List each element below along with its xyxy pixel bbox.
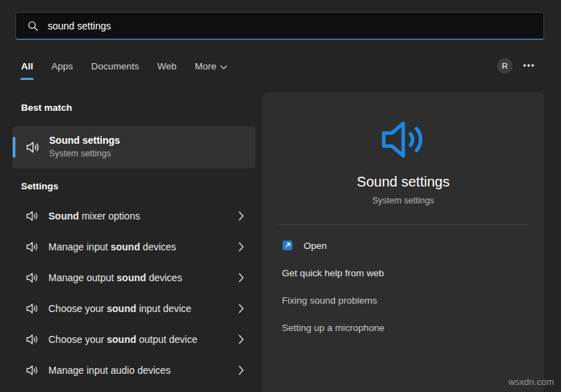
chevron-right-icon [238,334,244,344]
search-filter-tabs: All Apps Documents Web More [21,61,227,72]
help-link[interactable]: Setting up a microphone [282,323,384,333]
help-link[interactable]: Fixing sound problems [282,295,377,306]
open-action[interactable]: Open [282,240,327,251]
result-label: Sound mixer options [48,210,238,222]
open-label: Open [304,241,327,251]
sound-settings-icon [375,114,431,165]
tab-more[interactable]: More [195,61,227,72]
list-item[interactable]: Manage input sound devices [13,231,255,262]
list-item[interactable]: Sound mixer options [13,201,255,231]
speaker-icon [25,363,39,377]
profile-avatar[interactable]: R [497,58,513,74]
result-label: Choose your sound input device [48,303,238,314]
tab-apps[interactable]: Apps [51,61,73,72]
settings-results-list: Sound mixer options Manage input sound d… [13,201,255,386]
selection-accent-bar [13,137,15,158]
speaker-icon [25,240,39,254]
best-match-title: Sound settings [49,135,120,147]
speaker-icon [25,140,41,155]
speaker-icon [25,302,39,316]
tab-web[interactable]: Web [157,61,177,72]
speaker-icon [25,209,39,223]
best-match-heading: Best match [21,102,72,113]
speaker-icon [25,271,39,285]
result-label: Manage input sound devices [48,241,238,252]
more-options-button[interactable]: ••• [523,61,535,71]
best-match-text: Sound settings System settings [49,135,120,159]
tab-documents[interactable]: Documents [91,61,139,72]
chevron-right-icon [238,211,244,221]
result-label: Choose your sound output device [48,334,238,345]
settings-heading: Settings [21,181,58,191]
best-match-item[interactable]: Sound settings System settings [13,126,255,168]
result-label: Manage input audio devices [48,365,238,376]
list-item[interactable]: Manage output sound devices [13,262,255,293]
tab-all[interactable]: All [21,61,33,72]
list-item[interactable]: Choose your sound output device [13,324,255,355]
best-match-subtitle: System settings [49,149,120,160]
search-icon [27,20,39,32]
preview-subtitle: System settings [262,196,544,205]
list-item[interactable]: Choose your sound input device [13,293,255,324]
list-item[interactable]: Manage input audio devices [13,355,255,386]
search-box[interactable]: sound settings [15,12,544,40]
chevron-right-icon [238,365,244,375]
open-external-icon [282,240,293,251]
chevron-right-icon [238,242,244,252]
chevron-right-icon [238,273,244,283]
chevron-right-icon [238,304,244,313]
help-link[interactable]: Get quick help from web [282,268,384,278]
preview-panel: Sound settings System settings Open Get … [262,93,544,392]
watermark: wsxdn.com [508,377,554,387]
speaker-icon [25,332,39,346]
result-label: Manage output sound devices [48,272,238,283]
divider [278,224,529,225]
preview-title: Sound settings [262,174,544,190]
chevron-down-icon [220,65,227,69]
search-input[interactable]: sound settings [48,20,111,32]
